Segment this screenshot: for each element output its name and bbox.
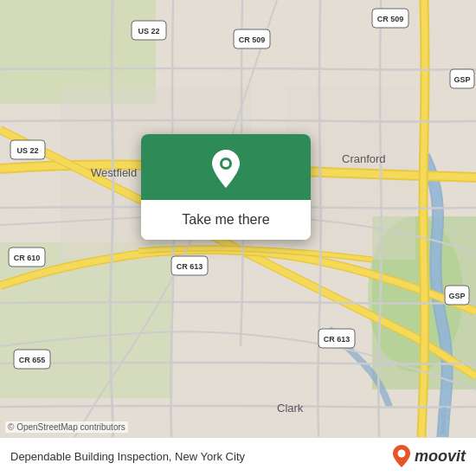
moovit-logo: moovit [392,445,466,467]
moovit-wordmark: moovit [415,447,466,466]
svg-text:GSP: GSP [453,75,470,84]
bottom-bar: Dependable Building Inspection, New York… [0,437,476,476]
svg-point-33 [397,450,405,458]
moovit-pin-icon [392,445,411,467]
svg-text:CR 610: CR 610 [14,254,41,262]
copyright-notice: © OpenStreetMap contributors [5,421,128,433]
svg-text:CR 613: CR 613 [324,335,351,344]
svg-text:CR 655: CR 655 [19,356,46,364]
popup-card: Take me there [141,134,311,240]
svg-text:Westfield: Westfield [91,166,137,179]
svg-text:CR 509: CR 509 [239,35,266,44]
location-label: Dependable Building Inspection, New York… [10,450,245,463]
take-me-there-button[interactable]: Take me there [141,200,311,240]
svg-text:CR 613: CR 613 [177,262,203,271]
svg-text:US 22: US 22 [16,146,38,155]
popup-green-section [141,134,311,200]
svg-text:GSP: GSP [448,292,465,300]
map-container: US 22 US 22 CR 509 CR 509 GSP GSP CR 613… [0,0,476,476]
location-pin-icon [210,150,241,188]
svg-text:CR 509: CR 509 [377,15,404,23]
svg-text:Cranford: Cranford [342,152,386,165]
svg-text:US 22: US 22 [138,27,159,35]
svg-point-32 [222,160,229,167]
svg-text:Clark: Clark [277,402,304,415]
